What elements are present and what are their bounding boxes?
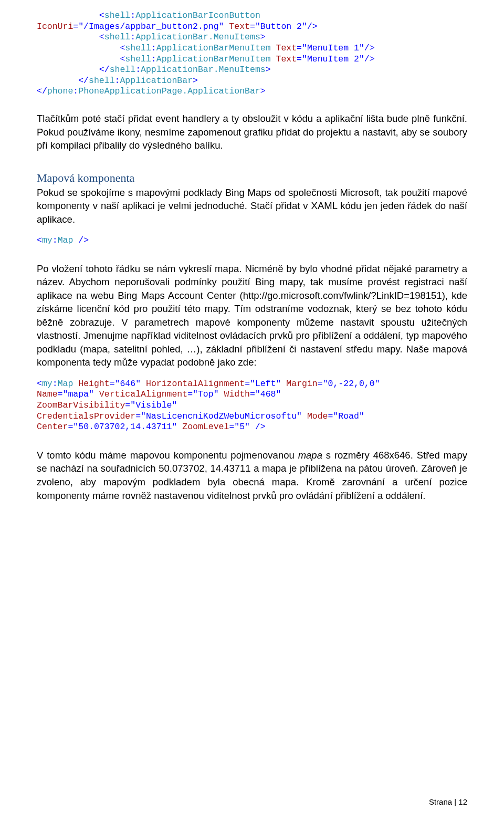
code-token: < [37,235,42,245]
code-token: Map [58,379,74,389]
code-token: ="Button 2"/> [250,22,318,32]
code-token: > [193,76,198,86]
code-token: Margin [281,379,317,389]
code-token: ="0,-22,0,0" [318,379,380,389]
code-token: ApplicationBarMenuItem [156,54,271,64]
code-token: Width [219,389,250,399]
code-token: HorizontalAlignment [141,379,245,389]
code-token: < [37,32,104,42]
code-token: : [151,54,156,64]
code-token: : [130,32,135,42]
code-token: ="MenuItem 1"/> [297,43,375,53]
code-token: Center [37,422,68,432]
code-block-map-full: <my:Map Height="646" HorizontalAlignment… [37,379,467,433]
code-token: : [52,379,58,389]
code-token: ="/Images/appbar_button2.png" [73,22,224,32]
code-token: < [37,379,42,389]
code-block-map-simple: <my:Map /> [37,235,467,246]
code-token: ="Road" [328,411,364,421]
code-token: shell [89,76,115,86]
page-footer: Strana | 12 [429,797,467,806]
code-block-appbar: <shell:ApplicationBarIconButton IconUri=… [37,11,467,97]
code-token: ZoomBarVisibility [37,400,125,410]
paragraph-1: Tlačítkům poté stačí přidat event handle… [37,112,467,152]
code-token: phone [47,86,74,96]
code-token: ApplicationBar [120,76,193,86]
code-token: : [151,43,156,53]
code-token: ="50.073702,14.43711" [68,422,177,432]
code-token: CredentialsProvider [37,411,135,421]
code-token: > [260,32,266,42]
code-token: shell [125,43,151,53]
code-token: ApplicationBar.MenuItems [135,32,260,42]
code-token: ="MenuItem 2"/> [297,54,375,64]
paragraph-2: Pokud se spokojíme s mapovými podklady B… [37,186,467,226]
code-token: VerticalAlignment [94,389,187,399]
code-token: Text [224,22,250,32]
italic-mapa: mapa [298,450,322,461]
code-token: ApplicationBar.MenuItems [141,65,266,75]
code-token: ="Top" [187,389,218,399]
text-span: V tomto kódu máme mapovou komponentu poj… [37,450,298,461]
code-token: PhoneApplicationPage.ApplicationBar [78,86,260,96]
code-token: my [42,379,52,389]
code-token: Text [271,54,297,64]
code-token: : [130,11,135,20]
code-token: > [260,86,266,96]
code-token: my [42,235,52,245]
code-token: shell [125,54,151,64]
code-token: > [266,65,271,75]
code-token: ="mapa" [58,389,94,399]
code-token: </ [37,76,89,86]
code-token: ZoomLevel [177,422,229,432]
code-token: < [37,11,104,20]
code-token: : [135,65,141,75]
code-token: shell [104,11,131,20]
code-token: ="5" /> [229,422,265,432]
code-token: ApplicationBarIconButton [135,11,260,20]
code-token: ApplicationBarMenuItem [156,43,271,53]
paragraph-4: V tomto kódu máme mapovou komponentu poj… [37,449,467,502]
heading-map-component: Mapová komponenta [37,171,467,185]
code-token: </ [37,65,110,75]
code-token: < [37,43,125,53]
code-token: : [73,86,78,96]
code-token: ="Visible" [125,400,177,410]
code-token: ="NasLicencniKodZWebuMicrosoftu" [135,411,302,421]
code-token: /> [73,235,89,245]
code-token: ="646" [110,379,141,389]
code-token: : [52,235,58,245]
code-token: < [37,54,125,64]
code-token: ="Left" [245,379,281,389]
code-token: Map [58,235,74,245]
code-token: : [115,76,120,86]
code-token: Height [73,379,109,389]
code-token: Text [271,43,297,53]
paragraph-3: Po vložení tohoto řádku se nám vykreslí … [37,262,467,369]
code-token: shell [110,65,136,75]
code-token: Mode [302,411,328,421]
code-token: IconUri [37,22,73,32]
code-token: </ [37,86,47,96]
code-token: Name [37,389,58,399]
code-token: ="468" [250,389,281,399]
code-token: shell [104,32,131,42]
